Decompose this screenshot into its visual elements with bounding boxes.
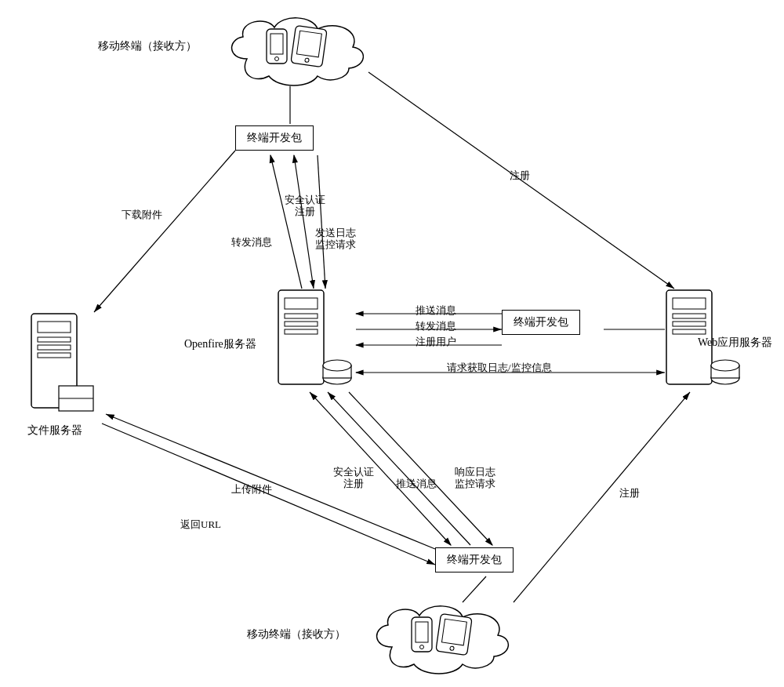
edge-respond-log: 响应日志 监控请求 bbox=[455, 467, 495, 490]
openfire-label: Openfire服务器 bbox=[184, 337, 256, 351]
svg-line-36 bbox=[514, 392, 690, 602]
cloud-top bbox=[232, 18, 364, 85]
edge-send-log: 发送日志 监控请求 bbox=[315, 227, 356, 251]
openfire-server-icon bbox=[278, 290, 351, 384]
edge-req-log-monitor: 请求获取日志/监控信息 bbox=[447, 361, 552, 375]
edge-auth-top: 安全认证 注册 bbox=[285, 194, 325, 218]
edge-forward-top: 转发消息 bbox=[231, 235, 272, 249]
file-server-icon bbox=[31, 314, 93, 411]
svg-line-33 bbox=[310, 392, 451, 545]
edge-download-attachment: 下载附件 bbox=[122, 208, 162, 222]
svg-line-31 bbox=[106, 414, 435, 549]
edge-register-top: 注册 bbox=[510, 169, 530, 183]
sdk-right-label: 终端开发包 bbox=[514, 315, 568, 329]
edge-push-bottom: 推送消息 bbox=[396, 477, 437, 491]
edge-push-right: 推送消息 bbox=[416, 304, 456, 318]
edge-register-user: 注册用户 bbox=[416, 335, 456, 349]
sdk-right-box: 终端开发包 bbox=[502, 310, 580, 335]
sdk-bottom-label: 终端开发包 bbox=[447, 553, 502, 567]
sdk-top-box: 终端开发包 bbox=[235, 125, 314, 151]
mobile-receiver-top-label: 移动终端（接收方） bbox=[98, 39, 197, 53]
sdk-top-label: 终端开发包 bbox=[247, 131, 302, 145]
edge-return-url: 返回URL bbox=[180, 518, 221, 532]
svg-line-21 bbox=[94, 151, 235, 312]
edge-auth-bottom: 安全认证 注册 bbox=[333, 467, 374, 490]
edge-register-bottom: 注册 bbox=[619, 486, 640, 500]
svg-line-25 bbox=[318, 155, 325, 289]
sdk-bottom-box: 终端开发包 bbox=[435, 547, 514, 572]
svg-line-24 bbox=[294, 155, 314, 289]
edge-upload: 上传附件 bbox=[231, 482, 272, 496]
svg-line-37 bbox=[463, 576, 486, 602]
svg-line-23 bbox=[270, 155, 302, 289]
cloud-bottom bbox=[377, 606, 509, 674]
web-server-label: Web应用服务器 bbox=[698, 336, 772, 350]
diagram-canvas bbox=[0, 0, 784, 687]
mobile-receiver-bottom-label: 移动终端（接收方） bbox=[247, 627, 346, 642]
edge-forward-right: 转发消息 bbox=[416, 319, 456, 333]
file-server-label: 文件服务器 bbox=[27, 423, 82, 438]
